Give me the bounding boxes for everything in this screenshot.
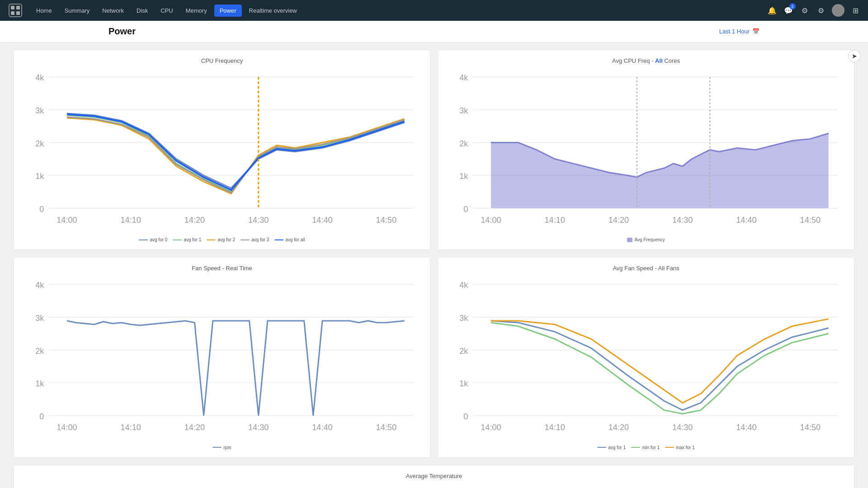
avg-temp-area: 80 60 40 20 14:20 14:25 14:30 14:35 14:4… xyxy=(21,483,847,488)
svg-text:2k: 2k xyxy=(35,347,44,356)
chart-row-1: CPU Frequency 4k 3k 2k 1k 0 14:00 xyxy=(14,50,854,250)
legend-avg2: avg for 2 xyxy=(207,237,235,242)
svg-text:4k: 4k xyxy=(35,73,44,82)
fan-speed-title: Fan Speed - Real Time xyxy=(21,265,423,272)
avg-fan-speed-area: 4k 3k 2k 1k 0 14:00 14:10 14:20 14:30 14… xyxy=(445,275,847,441)
svg-text:14:20: 14:20 xyxy=(609,216,629,225)
svg-text:14:00: 14:00 xyxy=(57,216,77,225)
svg-text:14:40: 14:40 xyxy=(736,216,756,225)
settings-icon[interactable]: ⚙ xyxy=(799,5,810,16)
svg-text:14:30: 14:30 xyxy=(248,423,269,432)
svg-text:14:20: 14:20 xyxy=(184,423,205,432)
svg-text:14:40: 14:40 xyxy=(736,423,756,432)
svg-text:1k: 1k xyxy=(459,172,468,181)
nav-power[interactable]: Power xyxy=(214,5,242,17)
svg-text:0: 0 xyxy=(39,412,44,421)
svg-text:2k: 2k xyxy=(459,347,468,356)
navbar-actions: 🔔 💬 2 ⚙ ⚙ ⊞ xyxy=(767,4,861,17)
nav-disk[interactable]: Disk xyxy=(131,5,153,17)
app-logo xyxy=(7,2,24,19)
cpu-frequency-chart: CPU Frequency 4k 3k 2k 1k 0 14:00 xyxy=(14,50,430,250)
svg-text:3k: 3k xyxy=(35,106,44,115)
svg-text:3k: 3k xyxy=(459,106,468,115)
legend-avg-freq: Avg Frequency xyxy=(627,237,665,242)
avg-temp-chart: Average Temperature 80 60 40 20 14:20 14… xyxy=(14,465,854,488)
navbar: Home Summary Network Disk CPU Memory Pow… xyxy=(0,0,868,21)
fan-speed-area: 4k 3k 2k 1k 0 14:00 14:10 14:20 14:30 14… xyxy=(21,275,423,441)
grid-icon[interactable]: ⊞ xyxy=(850,5,861,16)
avg-cpu-freq-legend: Avg Frequency xyxy=(445,237,847,242)
svg-text:2k: 2k xyxy=(35,139,44,148)
avg-fan-speed-legend: avg for 1 min for 1 max for 1 xyxy=(445,445,847,450)
svg-text:14:20: 14:20 xyxy=(184,216,205,225)
svg-text:0: 0 xyxy=(463,412,468,421)
time-range-selector[interactable]: Last 1 Hour 📅 xyxy=(719,28,760,35)
fan-speed-chart: Fan Speed - Real Time 4k 3k 2k 1k 0 14:0… xyxy=(14,257,430,457)
chart-row-2: Fan Speed - Real Time 4k 3k 2k 1k 0 14:0… xyxy=(14,257,854,457)
avg-fan-speed-title: Avg Fan Speed - All Fans xyxy=(445,265,847,272)
svg-text:14:40: 14:40 xyxy=(312,423,332,432)
svg-text:14:10: 14:10 xyxy=(120,216,141,225)
bell-icon[interactable]: 🔔 xyxy=(767,5,778,16)
svg-text:1k: 1k xyxy=(35,379,44,388)
nav-realtime[interactable]: Realtime overview xyxy=(244,5,302,17)
svg-text:14:20: 14:20 xyxy=(609,423,629,432)
svg-text:4k: 4k xyxy=(459,73,468,82)
svg-text:14:00: 14:00 xyxy=(57,423,77,432)
legend-avg-fan1: avg for 1 xyxy=(597,445,626,450)
avg-fan-speed-chart: Avg Fan Speed - All Fans 4k 3k 2k 1k 0 1… xyxy=(438,257,854,457)
svg-text:14:30: 14:30 xyxy=(672,423,693,432)
page-header: Power Last 1 Hour 📅 xyxy=(0,21,868,42)
cpu-freq-title: CPU Frequency xyxy=(21,57,423,64)
svg-text:3k: 3k xyxy=(35,314,44,323)
main-content: ➤ CPU Frequency 4k 3k 2k 1k 0 xyxy=(0,42,868,488)
legend-avg1: avg for 1 xyxy=(173,237,201,242)
svg-text:14:10: 14:10 xyxy=(120,423,141,432)
chat-icon[interactable]: 💬 2 xyxy=(783,5,794,16)
svg-text:14:50: 14:50 xyxy=(800,216,821,225)
nav-network[interactable]: Network xyxy=(97,5,129,17)
svg-text:4k: 4k xyxy=(35,281,44,290)
svg-rect-2 xyxy=(16,6,20,9)
avg-temp-title: Average Temperature xyxy=(21,473,847,479)
legend-avgall: avg for all xyxy=(274,237,305,242)
avg-cpu-freq-area: 4k 3k 2k 1k 0 14:00 14:10 14:20 14:30 14… xyxy=(445,68,847,234)
svg-text:14:50: 14:50 xyxy=(800,423,821,432)
svg-text:14:00: 14:00 xyxy=(481,216,501,225)
scroll-right-arrow[interactable]: ➤ xyxy=(848,50,861,62)
nav-cpu[interactable]: CPU xyxy=(155,5,178,17)
calendar-icon: 📅 xyxy=(752,28,760,35)
svg-rect-3 xyxy=(11,11,14,15)
svg-text:3k: 3k xyxy=(459,314,468,323)
nav-home[interactable]: Home xyxy=(31,5,57,17)
svg-text:14:40: 14:40 xyxy=(312,216,332,225)
gear2-icon[interactable]: ⚙ xyxy=(816,5,826,16)
legend-rpm: rpm xyxy=(212,445,231,450)
svg-rect-1 xyxy=(11,6,14,9)
svg-text:14:30: 14:30 xyxy=(248,216,269,225)
legend-avg3: avg for 3 xyxy=(241,237,269,242)
nav-summary[interactable]: Summary xyxy=(59,5,95,17)
time-range-label: Last 1 Hour xyxy=(719,28,750,35)
legend-min-fan1: min for 1 xyxy=(631,445,660,450)
cpu-freq-area: 4k 3k 2k 1k 0 14:00 14:10 14:20 14:30 14… xyxy=(21,68,423,234)
svg-text:14:10: 14:10 xyxy=(544,216,565,225)
svg-text:14:50: 14:50 xyxy=(376,216,396,225)
svg-text:14:10: 14:10 xyxy=(544,423,565,432)
legend-max-fan1: max for 1 xyxy=(665,445,695,450)
svg-text:0: 0 xyxy=(463,205,468,214)
svg-text:0: 0 xyxy=(39,205,44,214)
svg-text:14:30: 14:30 xyxy=(672,216,693,225)
svg-text:1k: 1k xyxy=(459,379,468,388)
avg-cpu-freq-title: Avg CPU Freq - All Cores xyxy=(445,57,847,64)
svg-text:1k: 1k xyxy=(35,172,44,181)
page-title: Power xyxy=(108,26,136,37)
svg-rect-4 xyxy=(16,11,20,15)
nav-memory[interactable]: Memory xyxy=(180,5,212,17)
notification-badge: 2 xyxy=(789,3,796,9)
user-avatar[interactable] xyxy=(832,4,844,17)
svg-text:2k: 2k xyxy=(459,139,468,148)
fan-speed-legend: rpm xyxy=(21,445,423,450)
svg-text:14:00: 14:00 xyxy=(481,423,501,432)
svg-text:4k: 4k xyxy=(459,281,468,290)
